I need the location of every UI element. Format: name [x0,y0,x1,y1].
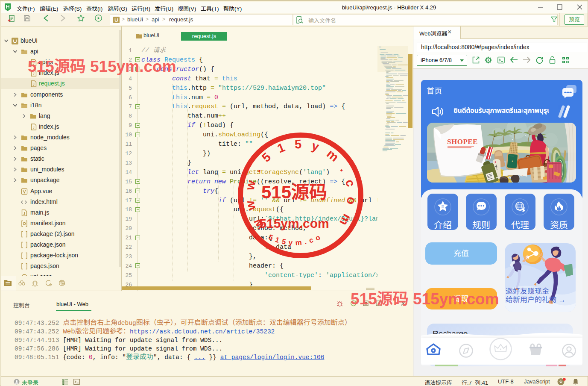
svg-text:515源码: 515源码 [261,182,327,202]
svg-text:515ym.com: 515ym.com [259,216,329,230]
svg-text:SHOPEE: SHOPEE [447,138,478,146]
